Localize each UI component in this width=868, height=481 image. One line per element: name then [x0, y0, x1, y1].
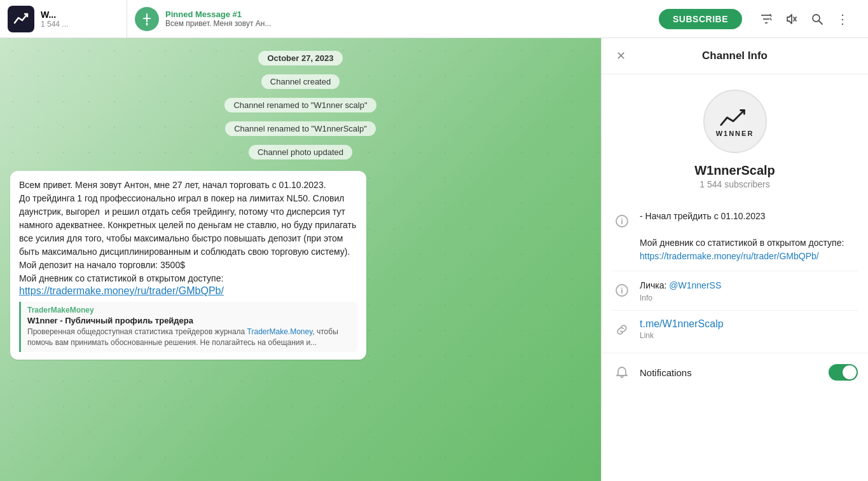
link-chain-icon — [612, 320, 632, 340]
channel-display-name: W1nnerScalp — [612, 163, 858, 178]
topbar-icons: ⋮ — [748, 11, 860, 27]
topbar-left: W... 1 544 ... — [0, 0, 127, 37]
personal-label: Личка: — [640, 280, 666, 290]
info-link-content: t.me/W1nnerScalp Link — [640, 318, 858, 340]
channel-subs-count: 1 544 subscribers — [612, 179, 858, 189]
channel-avatar: W1NNER — [703, 90, 767, 153]
personal-sublabel: Info — [640, 294, 858, 302]
topbar-main: Pinned Message #1 Всем привет. Меня зову… — [127, 7, 868, 31]
svg-point-14 — [621, 219, 623, 220]
winner-chart-icon: W1NNER — [716, 105, 754, 137]
link-preview-title: W1nner - Публичный профиль трейдера — [27, 316, 351, 325]
message-link[interactable]: https://tradermake.money/ru/trader/GMbQP… — [19, 285, 224, 296]
close-button[interactable]: ✕ — [612, 47, 630, 65]
link-preview-source: TraderMakeMoney — [27, 306, 351, 315]
message-text: Всем привет. Меня зовут Антон, мне 27 ле… — [19, 179, 357, 285]
link-preview-desc: Проверенная общедоступная статистика тре… — [27, 327, 351, 348]
system-msg-rename2: Channel renamed to "W1nnerScalp" — [10, 121, 591, 136]
date-label: October 27, 2023 — [258, 51, 342, 65]
topbar-channel-name: W... — [41, 10, 68, 20]
search-icon[interactable] — [809, 11, 825, 27]
topbar-channel-subs: 1 544 ... — [41, 20, 68, 29]
notifications-toggle[interactable] — [829, 364, 858, 381]
date-system-msg: October 27, 2023 — [10, 51, 591, 65]
info-personal-icon — [612, 280, 632, 301]
pinned-msg-content: Pinned Message #1 Всем привет. Меня зову… — [165, 10, 652, 28]
chat-messages: October 27, 2023 Channel created Channel… — [0, 38, 601, 481]
notifications-row: Notifications — [602, 353, 868, 391]
info-personal-text: Личка: @W1nnerSS — [640, 279, 858, 292]
svg-line-6 — [770, 14, 771, 17]
right-panel-header: ✕ Channel Info — [602, 38, 868, 74]
more-icon[interactable]: ⋮ — [835, 11, 850, 27]
main: October 27, 2023 Channel created Channel… — [0, 38, 868, 481]
right-panel: ✕ Channel Info W1NNER W1nnerScalp 1 544 … — [601, 38, 868, 481]
info-circle-icon — [612, 211, 632, 231]
system-msg-rename1-text: Channel renamed to "W1nner scalp" — [224, 98, 376, 112]
winner-label: W1NNER — [716, 130, 754, 137]
pinned-msg-text: Всем привет. Меня зовут Ан... — [165, 19, 356, 28]
notifications-label: Notifications — [640, 367, 821, 378]
pinned-msg-icon — [135, 7, 159, 31]
svg-line-7 — [770, 18, 771, 20]
channel-avatar-area: W1NNER — [602, 74, 868, 163]
svg-point-17 — [621, 288, 623, 289]
svg-line-11 — [819, 20, 823, 24]
link-preview-inline-link[interactable]: TraderMake.Money — [247, 327, 313, 336]
link-preview[interactable]: TraderMakeMoney W1nner - Публичный профи… — [19, 302, 357, 352]
info-row-personal: Личка: @W1nnerSS Info — [612, 271, 858, 311]
info-section: - Начал трейдить с 01.10.2023Мой дневник… — [602, 202, 868, 353]
system-msg-rename2-text: Channel renamed to "W1nnerScalp" — [225, 121, 376, 136]
message-bubble: Всем привет. Меня зовут Антон, мне 27 ле… — [10, 171, 366, 360]
topbar: W... 1 544 ... Pinned Message #1 Всем пр… — [0, 0, 868, 38]
filter-icon[interactable] — [759, 11, 774, 27]
toggle-knob — [843, 365, 857, 379]
system-msg-created-text: Channel created — [261, 74, 340, 89]
pinned-msg-title: Pinned Message #1 — [165, 10, 652, 19]
info-row-link: t.me/W1nnerScalp Link — [612, 311, 858, 348]
mute-icon[interactable] — [784, 11, 799, 27]
info-about-content: - Начал трейдить с 01.10.2023Мой дневник… — [640, 210, 858, 263]
system-msg-photo-text: Channel photo updated — [249, 145, 352, 159]
system-msg-created: Channel created — [10, 74, 591, 89]
subscribe-button[interactable]: SUBSCRIBE — [659, 9, 742, 29]
info-about-link[interactable]: https://tradermake.money/ru/trader/GMbQP… — [640, 251, 819, 261]
info-personal-content: Личка: @W1nnerSS Info — [640, 279, 858, 302]
personal-link[interactable]: @W1nnerSS — [669, 280, 721, 290]
channel-name-area: W1nnerScalp 1 544 subscribers — [602, 163, 868, 202]
bell-icon — [612, 362, 632, 383]
topbar-channel-info: W... 1 544 ... — [41, 10, 68, 29]
panel-title: Channel Info — [702, 50, 768, 62]
channel-link[interactable]: t.me/W1nnerScalp — [640, 318, 724, 329]
link-sublabel: Link — [640, 331, 858, 340]
info-row-about: - Начал трейдить с 01.10.2023Мой дневник… — [612, 202, 858, 271]
chat-area: October 27, 2023 Channel created Channel… — [0, 38, 601, 481]
info-about-text: - Начал трейдить с 01.10.2023Мой дневник… — [640, 210, 858, 263]
channel-logo[interactable] — [8, 6, 34, 32]
system-msg-photo: Channel photo updated — [10, 145, 591, 159]
system-msg-rename1: Channel renamed to "W1nner scalp" — [10, 98, 591, 112]
